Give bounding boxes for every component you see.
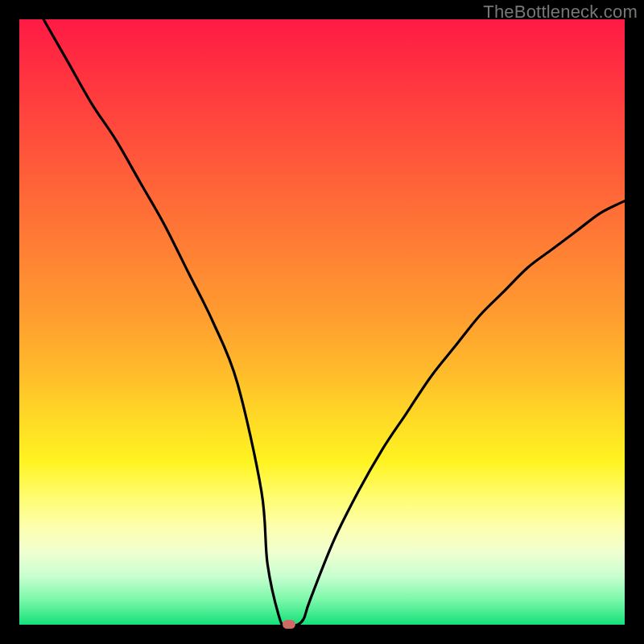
optimum-marker (283, 620, 295, 629)
outer-frame: TheBottleneck.com (0, 0, 644, 644)
watermark-text: TheBottleneck.com (483, 2, 638, 23)
plot-area (19, 19, 625, 625)
bottleneck-curve (19, 19, 625, 625)
